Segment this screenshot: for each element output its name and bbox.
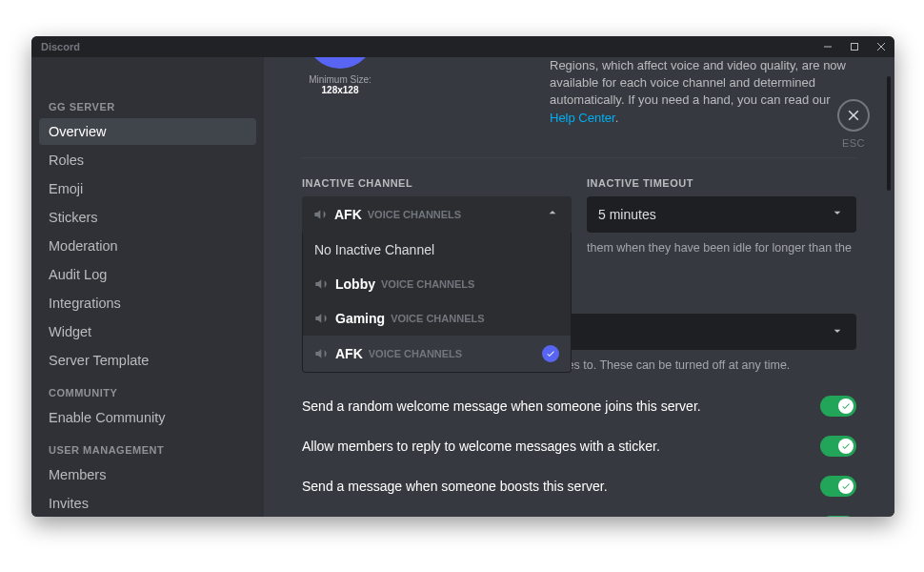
check-icon	[542, 345, 559, 362]
inactive-channel-select[interactable]: AFK Voice Channels No Inactive Channel L…	[302, 196, 572, 233]
dropdown-item-gaming[interactable]: Gaming Voice Channels	[303, 301, 571, 336]
settings-content: ESC Minimum Size: 128x128 Regions, which…	[264, 57, 894, 517]
svg-rect-1	[852, 44, 858, 51]
chevron-up-icon	[545, 205, 560, 223]
app-title: Discord	[41, 41, 80, 52]
inactive-helper: them when they have been idle for longer…	[587, 240, 856, 257]
sidebar-item-members[interactable]: Members	[39, 461, 256, 488]
settings-sidebar: GG Server Overview Roles Emoji Stickers …	[31, 57, 264, 517]
sidebar-section-user-mgmt: User Management	[39, 439, 256, 461]
toggle-row-welcome: Send a random welcome message when someo…	[302, 386, 856, 426]
help-center-link[interactable]: Help Center	[550, 111, 615, 125]
toggle-boost[interactable]	[820, 476, 856, 497]
chevron-down-icon	[830, 323, 845, 341]
speaker-icon	[313, 207, 329, 222]
close-window-button[interactable]	[868, 36, 894, 57]
sidebar-item-stickers[interactable]: Stickers	[39, 204, 256, 231]
speaker-icon	[314, 346, 330, 361]
minimize-button[interactable]	[814, 36, 841, 57]
inactive-timeout-col: Inactive Timeout 5 minutes them when the…	[587, 177, 856, 257]
server-icon-preview[interactable]: Minimum Size: 128x128	[302, 57, 378, 127]
region-description: Regions, which affect voice and video qu…	[550, 57, 856, 127]
toggle-row-sticker-reply: Allow members to reply to welcome messag…	[302, 426, 856, 466]
sidebar-item-overview[interactable]: Overview	[39, 118, 256, 145]
inactive-timeout-label: Inactive Timeout	[587, 177, 856, 189]
sidebar-item-integrations[interactable]: Integrations	[39, 290, 256, 317]
inactive-channel-value: AFK	[334, 207, 362, 222]
toggle-label: Allow members to reply to welcome messag…	[302, 439, 820, 454]
toggle-label: Send a message when someone boosts this …	[302, 479, 820, 494]
server-icon-section: Minimum Size: 128x128 Regions, which aff…	[302, 57, 856, 127]
dropdown-item-afk[interactable]: AFK Voice Channels	[303, 336, 571, 372]
inactive-timeout-select[interactable]: 5 minutes	[587, 196, 856, 233]
inactive-row: Inactive Channel AFK Voice Channels No I…	[302, 177, 856, 257]
inactive-channel-dropdown: No Inactive Channel Lobby Voice Channels…	[302, 233, 572, 373]
inactive-channel-col: Inactive Channel AFK Voice Channels No I…	[302, 177, 572, 257]
toggle-welcome[interactable]	[820, 396, 856, 417]
sidebar-section-server: GG Server	[39, 95, 256, 118]
chevron-down-icon	[830, 205, 845, 223]
toggle-sticker-reply[interactable]	[820, 436, 856, 457]
divider	[302, 157, 856, 158]
server-icon-circle	[306, 57, 374, 69]
inactive-channel-cat: Voice Channels	[368, 209, 461, 220]
sidebar-section-community: Community	[39, 381, 256, 404]
toggle-tips[interactable]	[820, 516, 856, 517]
sidebar-item-audit-log[interactable]: Audit Log	[39, 261, 256, 288]
server-icon-minsize: Minimum Size: 128x128	[302, 74, 378, 95]
scrollbar[interactable]	[887, 76, 891, 191]
inactive-channel-label: Inactive Channel	[302, 177, 572, 189]
sidebar-item-widget[interactable]: Widget	[39, 318, 256, 345]
toggle-label: Send a random welcome message when someo…	[302, 398, 820, 414]
window-controls	[814, 36, 894, 57]
close-settings-button[interactable]	[837, 99, 870, 132]
dropdown-item-no-channel[interactable]: No Inactive Channel	[303, 233, 571, 267]
sidebar-item-server-template[interactable]: Server Template	[39, 347, 256, 374]
sidebar-item-emoji[interactable]: Emoji	[39, 175, 256, 202]
close-esc-label: ESC	[837, 137, 870, 149]
app-window: Discord GG Server Overview Roles Emoji S…	[31, 36, 894, 517]
toggle-row-boost: Send a message when someone boosts this …	[302, 466, 856, 506]
sidebar-item-enable-community[interactable]: Enable Community	[39, 404, 256, 431]
sidebar-item-roles[interactable]: Roles	[39, 147, 256, 174]
toggle-row-tips: Send helpful tips for server setup.	[302, 506, 856, 517]
inactive-timeout-value: 5 minutes	[598, 207, 656, 222]
body: GG Server Overview Roles Emoji Stickers …	[31, 57, 894, 517]
sidebar-item-moderation[interactable]: Moderation	[39, 233, 256, 259]
titlebar: Discord	[31, 36, 894, 57]
maximize-button[interactable]	[841, 36, 868, 57]
close-settings-area: ESC	[837, 99, 870, 149]
speaker-icon	[314, 311, 330, 326]
content-scroller[interactable]: Minimum Size: 128x128 Regions, which aff…	[264, 57, 894, 517]
speaker-icon	[314, 276, 330, 292]
sidebar-item-invites[interactable]: Invites	[39, 490, 256, 517]
region-text: Regions, which affect voice and video qu…	[550, 58, 846, 107]
dropdown-item-lobby[interactable]: Lobby Voice Channels	[303, 267, 571, 301]
